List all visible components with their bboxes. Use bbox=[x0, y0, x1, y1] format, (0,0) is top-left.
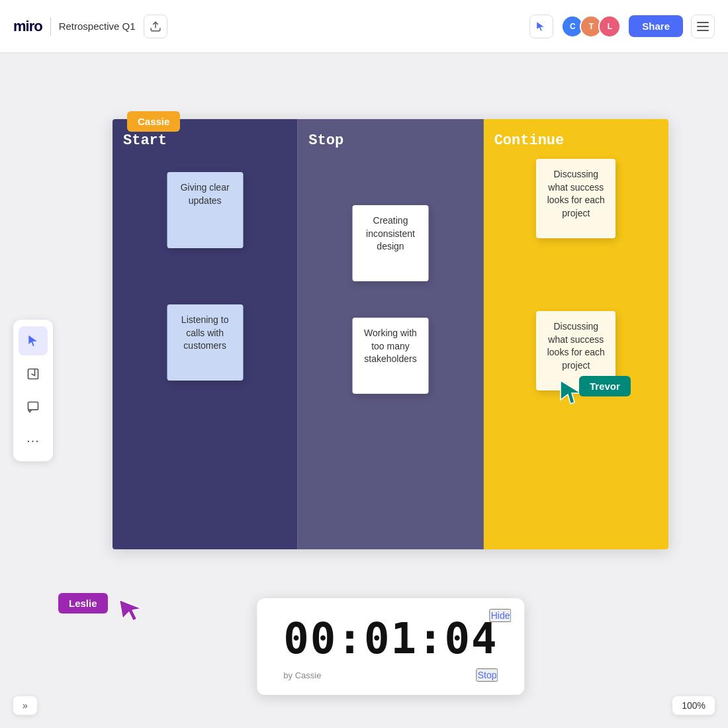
cassie-cursor-group: Cassie bbox=[127, 111, 180, 132]
board-title: Retrospective Q1 bbox=[59, 21, 136, 32]
start-column: Start Giving clear updates Listening to … bbox=[113, 119, 297, 549]
avatar-3: L bbox=[598, 15, 621, 38]
leslie-label: Leslie bbox=[58, 593, 108, 614]
svg-rect-7 bbox=[28, 402, 38, 410]
board: Start Giving clear updates Listening to … bbox=[113, 119, 668, 549]
leslie-cursor-arrow bbox=[116, 592, 150, 626]
header-left: miro Retrospective Q1 bbox=[13, 15, 167, 38]
note-creating-design[interactable]: Creating inconsistent design bbox=[352, 205, 428, 281]
header: miro Retrospective Q1 C T L bbox=[0, 0, 728, 53]
continue-header: Continue bbox=[494, 132, 658, 149]
svg-rect-3 bbox=[697, 26, 709, 27]
note-giving-updates[interactable]: Giving clear updates bbox=[167, 172, 243, 248]
expand-button[interactable]: » bbox=[13, 696, 37, 715]
comment-tool-button[interactable] bbox=[19, 392, 48, 422]
svg-rect-4 bbox=[697, 30, 709, 31]
svg-rect-6 bbox=[28, 369, 38, 379]
timer-card: Hide 00:01:04 by Cassie Stop bbox=[257, 598, 524, 695]
zoom-indicator: 100% bbox=[672, 696, 715, 715]
timer-stop-button[interactable]: Stop bbox=[477, 668, 498, 682]
more-tool-button[interactable]: ··· bbox=[19, 426, 48, 455]
canvas[interactable]: ··· Cassie Start Giving clear updates Li… bbox=[0, 53, 728, 728]
svg-marker-1 bbox=[537, 22, 545, 31]
header-right: C T L Share bbox=[529, 15, 715, 38]
timer-footer: by Cassie Stop bbox=[283, 668, 498, 682]
stop-header: Stop bbox=[308, 132, 472, 149]
start-header: Start bbox=[123, 132, 287, 149]
trevor-label: Trevor bbox=[579, 376, 631, 396]
note-listening-calls[interactable]: Listening to calls with customers bbox=[167, 304, 243, 381]
sticky-tool-button[interactable] bbox=[19, 359, 48, 388]
upload-button[interactable] bbox=[144, 15, 167, 38]
header-divider bbox=[50, 17, 51, 36]
cursor-icon-button[interactable] bbox=[529, 15, 553, 38]
trevor-cursor-group: Trevor bbox=[579, 376, 631, 396]
cursor-tool-button[interactable] bbox=[19, 326, 48, 355]
svg-marker-9 bbox=[561, 381, 581, 404]
miro-logo: miro bbox=[13, 18, 42, 35]
sidebar-tools: ··· bbox=[13, 320, 53, 461]
timer-display: 00:01:04 bbox=[283, 614, 498, 663]
timer-hide-button[interactable]: Hide bbox=[490, 609, 512, 622]
share-button[interactable]: Share bbox=[629, 15, 683, 37]
stop-column: Stop Creating inconsistent design Workin… bbox=[297, 119, 483, 549]
continue-column: Continue Discussing what success looks f… bbox=[484, 119, 668, 549]
cassie-label: Cassie bbox=[127, 111, 180, 132]
note-discussing-1[interactable]: Discussing what success looks for each p… bbox=[536, 159, 615, 238]
timer-by: by Cassie bbox=[283, 670, 321, 680]
svg-marker-5 bbox=[28, 336, 37, 347]
menu-button[interactable] bbox=[691, 15, 715, 38]
avatars-group: C T L bbox=[561, 15, 621, 38]
leslie-cursor-group: Leslie bbox=[58, 593, 108, 614]
svg-rect-2 bbox=[697, 22, 709, 23]
svg-marker-10 bbox=[119, 596, 144, 623]
note-working-stakeholders[interactable]: Working with too many stakeholders bbox=[352, 318, 428, 394]
